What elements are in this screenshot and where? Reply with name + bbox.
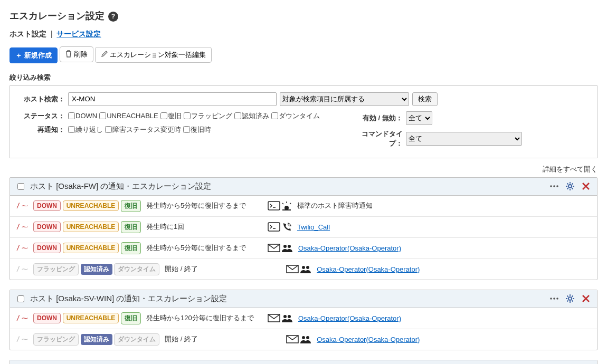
panel-title: ホスト [Osaka-FW] の通知・エスカレーション設定: [30, 181, 544, 191]
tab-host[interactable]: ホスト設定: [10, 30, 46, 38]
svg-point-17: [568, 297, 572, 300]
svg-point-20: [288, 315, 291, 318]
pencil-icon: [101, 51, 108, 59]
page-title: エスカレーション設定 ?: [10, 9, 597, 22]
escalation-row: 〳⁓DOWN UNREACHABLE 復旧 発生時から5分毎に復旧するまでOsa…: [10, 238, 597, 259]
filter-check[interactable]: 復旧時: [183, 125, 211, 135]
method-icons: [286, 334, 311, 344]
renotice-label: 再通知：: [17, 125, 65, 135]
filter-check[interactable]: 繰り返し: [68, 125, 103, 135]
status-badge-down: DOWN: [33, 313, 61, 323]
status-badge-restore: 復旧: [121, 200, 141, 212]
method-icons: [286, 264, 311, 274]
status-badge-dt: ダウンタイム: [114, 333, 159, 346]
filter-check[interactable]: 障害ステータス変更時: [105, 125, 181, 135]
svg-point-14: [550, 298, 552, 300]
status-badge-flap: フラッピング: [33, 333, 79, 346]
create-button[interactable]: ＋ 新規作成: [10, 47, 58, 63]
status-badge-unreach: UNREACHABLE: [63, 313, 119, 323]
trash-icon: [65, 50, 72, 59]
timing-text: 発生時から120分毎に復旧するまで: [146, 313, 262, 323]
escalation-panel: ホスト [Osaka-SV-WIN] の通知・エスカレーション設定〳⁓DOWN …: [10, 290, 597, 350]
svg-point-15: [553, 298, 555, 300]
method-icons: [268, 201, 292, 210]
gear-icon[interactable]: [564, 181, 576, 191]
svg-rect-6: [282, 209, 291, 210]
status-badge-down: DOWN: [33, 200, 61, 211]
svg-point-22: [302, 336, 305, 339]
panel-title: ホスト [Osaka-SV-WIN] の通知・エスカレーション設定: [30, 294, 544, 304]
target[interactable]: Osaka-Operator(Osaka-Operator): [317, 265, 420, 273]
timing-text: 開始 / 終了: [165, 264, 281, 274]
more-icon[interactable]: [548, 182, 560, 190]
host-search-label: ホスト検索：: [17, 94, 65, 104]
gear-icon[interactable]: [564, 294, 576, 303]
timing-text: 発生時に1回: [146, 222, 262, 232]
cmdtype-select[interactable]: 全て: [406, 132, 522, 146]
enabled-label: 有効 / 無効：: [353, 113, 403, 123]
status-badge-down: DOWN: [33, 243, 61, 253]
escalation-row: 〳⁓フラッピング 認知済み ダウンタイム 開始 / 終了Osaka-Operat…: [10, 259, 597, 280]
filter-check[interactable]: フラッピング: [184, 111, 232, 121]
timing-text: 開始 / 終了: [165, 334, 281, 344]
target[interactable]: Osaka-Operator(Osaka-Operator): [298, 314, 401, 322]
filter-check[interactable]: 復旧: [160, 111, 182, 121]
heartbeat-icon: 〳⁓: [15, 244, 28, 252]
svg-point-10: [288, 245, 291, 248]
tab-service[interactable]: サービス設定: [56, 30, 101, 38]
status-badge-ack: 認知済み: [81, 334, 112, 345]
heartbeat-icon: 〳⁓: [15, 336, 28, 343]
filter-check[interactable]: UNREACHABLE: [99, 112, 158, 120]
svg-point-23: [306, 336, 309, 339]
svg-rect-7: [268, 223, 280, 231]
filter-check[interactable]: 認知済み: [234, 111, 269, 121]
filter-title: 絞り込み検索: [10, 73, 597, 82]
status-badge-unreach: UNREACHABLE: [63, 200, 119, 211]
method-icons: [268, 243, 293, 253]
status-label: ステータス：: [17, 111, 65, 121]
delete-button[interactable]: 削除: [60, 46, 93, 62]
method-icons: [268, 313, 293, 323]
scope-select[interactable]: 対象が検索項目に所属する: [280, 92, 409, 106]
target[interactable]: Osaka-Operator(Osaka-Operator): [317, 336, 420, 343]
escalation-row: 〳⁓DOWN UNREACHABLE 復旧 発生時から5分毎に復旧するまで標準の…: [10, 196, 597, 217]
search-button[interactable]: 検索: [412, 92, 438, 106]
escalation-row: 〳⁓DOWN UNREACHABLE 復旧 発生時に1回Twilio_Call: [10, 217, 597, 238]
help-icon[interactable]: ?: [108, 12, 118, 22]
svg-point-3: [568, 185, 572, 188]
settings-tabs: ホスト設定 | サービス設定: [10, 30, 597, 39]
heartbeat-icon: 〳⁓: [15, 223, 28, 231]
close-icon[interactable]: [580, 182, 592, 190]
host-search-input[interactable]: [68, 92, 277, 106]
status-badge-unreach: UNREACHABLE: [63, 222, 119, 232]
plus-icon: ＋: [15, 51, 22, 60]
target: 標準のホスト障害時通知: [297, 201, 373, 210]
more-icon[interactable]: [548, 294, 560, 303]
escalation-row: 〳⁓DOWN UNREACHABLE 復旧 発生時から120分毎に復旧するまでO…: [10, 308, 597, 329]
filter-check[interactable]: DOWN: [68, 112, 97, 120]
bulk-edit-button[interactable]: エスカレーション対象一括編集: [95, 47, 212, 63]
timing-text: 発生時から5分毎に復旧するまで: [146, 243, 262, 253]
enabled-select[interactable]: 全て: [406, 111, 432, 125]
status-checks: DOWNUNREACHABLE復旧フラッピング認知済みダウンタイム: [68, 111, 321, 121]
panel-select-checkbox[interactable]: [17, 183, 24, 190]
heartbeat-icon: 〳⁓: [15, 265, 28, 273]
close-icon[interactable]: [580, 294, 592, 303]
cmdtype-label: コマンドタイプ：: [353, 129, 403, 148]
target[interactable]: Twilio_Call: [297, 223, 330, 231]
timing-text: 発生時から5分毎に復旧するまで: [146, 201, 262, 210]
svg-point-16: [556, 298, 558, 300]
action-buttons: ＋ 新規作成 削除 エスカレーション対象一括編集: [10, 46, 597, 63]
escalation-panel: ホスト [Osaka-FW] の通知・エスカレーション設定〳⁓DOWN UNRE…: [10, 177, 597, 280]
filter-check[interactable]: ダウンタイム: [271, 111, 320, 121]
heartbeat-icon: 〳⁓: [15, 202, 28, 209]
panel-select-checkbox[interactable]: [17, 295, 24, 302]
heartbeat-icon: 〳⁓: [15, 314, 28, 322]
svg-point-12: [302, 266, 305, 269]
status-badge-restore: 復旧: [121, 312, 141, 324]
expand-all[interactable]: 詳細をすべて開く: [10, 165, 597, 174]
status-badge-restore: 復旧: [121, 221, 141, 233]
status-badge-ack: 認知済み: [81, 264, 112, 275]
svg-point-9: [283, 245, 287, 248]
target[interactable]: Osaka-Operator(Osaka-Operator): [298, 244, 401, 252]
